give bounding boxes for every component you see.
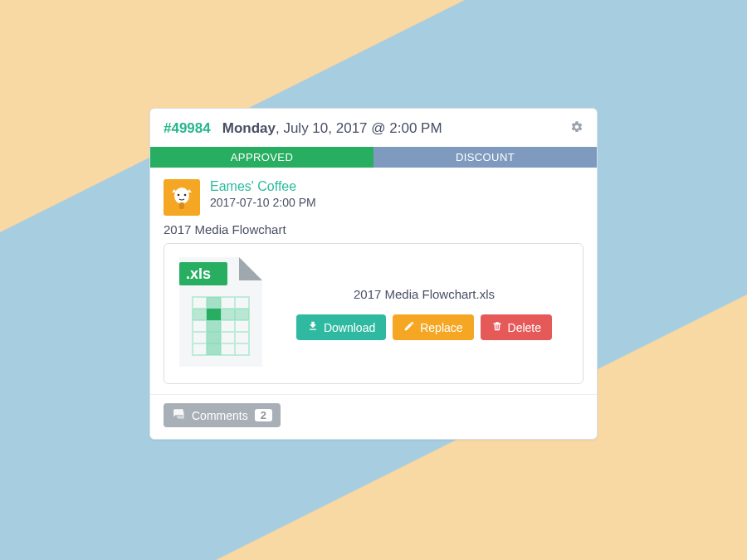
comments-label: Comments [192,409,248,422]
svg-point-3 [184,194,187,197]
order-date-rest: , July 10, 2017 @ 2:00 PM [276,120,442,136]
author-info: Eames' Coffee 2017-07-10 2:00 PM [210,179,316,209]
trash-icon [491,320,503,334]
status-discount[interactable]: DISCOUNT [374,147,597,168]
attachment-details: 2017 Media Flowchart.xls Download Replac… [281,287,568,340]
comments-button[interactable]: Comments 2 [164,403,281,427]
avatar [164,179,200,216]
comments-count-badge: 2 [255,409,272,421]
svg-rect-4 [179,202,184,209]
replace-label: Replace [420,321,462,334]
order-weekday: Monday [222,120,276,136]
svg-point-1 [174,187,189,204]
order-date: Monday, July 10, 2017 @ 2:00 PM [222,120,570,137]
svg-point-2 [178,194,180,197]
delete-button[interactable]: Delete [481,314,552,340]
attachment-filename: 2017 Media Flowchart.xls [281,287,568,301]
divider [150,394,597,395]
download-button[interactable]: Download [296,314,386,340]
order-card: #49984 Monday, July 10, 2017 @ 2:00 PM A… [149,108,598,440]
order-id: #49984 [164,120,211,137]
svg-rect-15 [207,297,221,355]
replace-button[interactable]: Replace [393,314,473,340]
gear-icon[interactable] [570,120,583,137]
edit-icon [403,320,415,334]
xls-file-icon: .xls [179,257,262,370]
author-name[interactable]: Eames' Coffee [210,179,316,194]
attachment-title: 2017 Media Flowchart [150,222,597,243]
comments-icon [172,408,185,422]
author-row: Eames' Coffee 2017-07-10 2:00 PM [150,168,597,222]
svg-rect-17 [207,309,221,320]
download-label: Download [324,321,375,334]
status-approved[interactable]: APPROVED [150,147,374,168]
svg-text:.xls: .xls [186,265,211,282]
status-row: APPROVED DISCOUNT [150,147,597,168]
card-header: #49984 Monday, July 10, 2017 @ 2:00 PM [150,109,597,147]
attachment-box: .xls 2017 Media Flowchart.xls [164,243,583,384]
attachment-actions: Download Replace Delete [281,314,568,340]
author-timestamp: 2017-07-10 2:00 PM [210,196,316,209]
delete-label: Delete [508,321,541,334]
download-icon [307,320,319,334]
